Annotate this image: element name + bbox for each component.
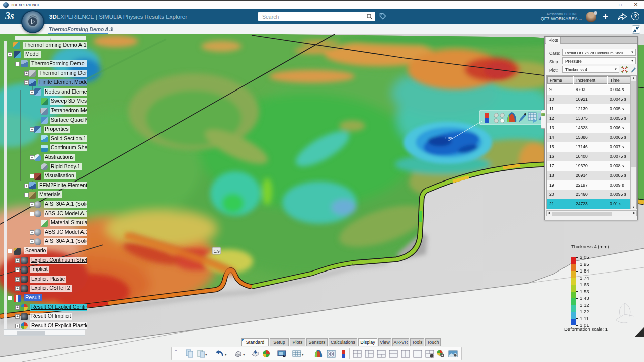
svg-text:1.09: 1.09 xyxy=(445,136,452,140)
svg-text:▾: ▾ xyxy=(205,353,207,356)
svg-text:1.9: 1.9 xyxy=(214,249,220,254)
svg-text:▾: ▾ xyxy=(302,353,304,356)
svg-text:▾: ▾ xyxy=(243,353,245,356)
svg-text:▾: ▾ xyxy=(225,353,227,356)
